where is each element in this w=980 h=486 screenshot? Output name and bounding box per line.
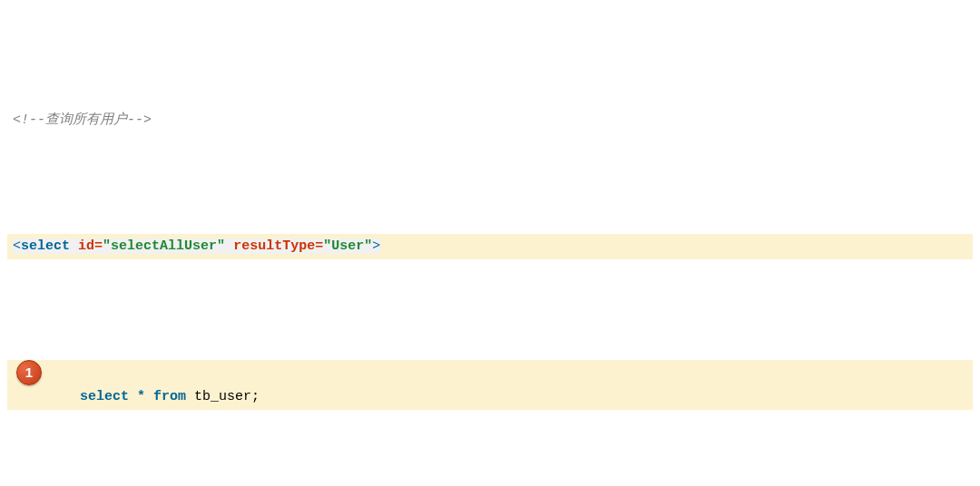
badge-1: 1 [16,360,42,385]
code-block: <!--查询所有用户--> <select id="selectAllUser"… [7,7,973,486]
select-body: 1select * from tb_user; [7,360,973,411]
select-open-tag: <select id="selectAllUser" resultType="U… [7,234,973,259]
comment-line: <!--查询所有用户--> [7,108,973,133]
xml-comment: <!--查询所有用户--> [13,112,152,128]
